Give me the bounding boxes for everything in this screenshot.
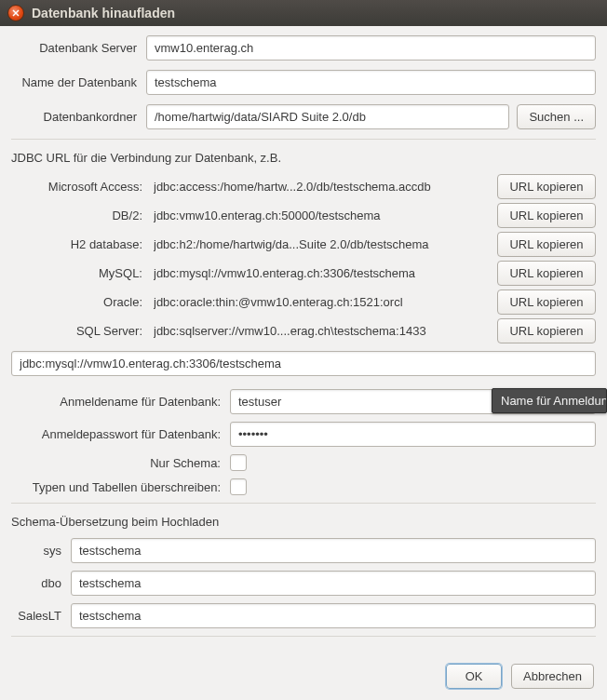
db-name-input[interactable] [146, 70, 596, 95]
jdbc-label-h2: H2 database: [11, 237, 146, 251]
schema-map-label-saleslt: SalesLT [11, 609, 71, 623]
schema-map-input-dbo[interactable] [71, 571, 596, 596]
divider [11, 636, 596, 637]
db-server-input[interactable] [146, 35, 596, 61]
jdbc-value-sqlserver: jdbc:sqlserver://vmw10....erag.ch\testsc… [154, 324, 490, 338]
overwrite-label: Typen und Tabellen überschreiben: [11, 480, 230, 494]
auth-pass-input[interactable] [230, 422, 596, 447]
db-server-label: Datenbank Server [11, 41, 146, 55]
close-icon [11, 8, 20, 18]
jdbc-value-msaccess: jdbc:access:/home/hartw...2.0/db/testsch… [154, 180, 490, 194]
copy-url-button-sqlserver[interactable]: URL kopieren [497, 318, 596, 343]
divider [11, 139, 596, 140]
window-title: Datenbank hinaufladen [32, 6, 175, 20]
mapping-heading: Schema-Übersetzung beim Hochladen [11, 515, 596, 529]
jdbc-value-db2: jdbc:vmw10.enterag.ch:50000/testschema [154, 209, 490, 222]
auth-user-label: Anmeldename für Datenbank: [11, 395, 230, 409]
jdbc-label-oracle: Oracle: [11, 295, 146, 309]
ok-button[interactable]: OK [446, 664, 502, 689]
jdbc-value-oracle: jdbc:oracle:thin:@vmw10.enterag.ch:1521:… [154, 295, 490, 309]
schema-map-label-sys: sys [11, 544, 71, 558]
db-name-label: Name der Datenbank [11, 75, 146, 89]
copy-url-button-h2[interactable]: URL kopieren [497, 232, 596, 257]
schema-only-checkbox[interactable] [230, 454, 247, 471]
jdbc-label-mysql: MySQL: [11, 266, 146, 280]
window-titlebar: Datenbank hinaufladen [0, 0, 607, 26]
schema-map-input-saleslt[interactable] [71, 603, 596, 628]
schema-only-label: Nur Schema: [11, 456, 230, 470]
search-button[interactable]: Suchen ... [517, 104, 596, 129]
copy-url-button-db2[interactable]: URL kopieren [497, 203, 596, 228]
copy-url-button-oracle[interactable]: URL kopieren [497, 289, 596, 315]
jdbc-url-input[interactable] [11, 351, 596, 376]
auth-pass-label: Anmeldepasswort für Datenbank: [11, 427, 230, 441]
db-folder-label: Datenbankordner [11, 110, 146, 124]
db-folder-input[interactable] [146, 104, 509, 129]
jdbc-value-mysql: jdbc:mysql://vmw10.enterag.ch:3306/tests… [154, 266, 490, 280]
tooltip: Name für Anmeldung b [492, 388, 607, 413]
jdbc-label-msaccess: Microsoft Access: [11, 180, 146, 194]
jdbc-label-sqlserver: SQL Server: [11, 324, 146, 338]
copy-url-button-msaccess[interactable]: URL kopieren [497, 174, 596, 199]
jdbc-label-db2: DB/2: [11, 209, 146, 222]
window-close-button[interactable] [7, 5, 24, 21]
jdbc-value-h2: jdbc:h2:/home/hartwig/da...Suite 2.0/db/… [154, 237, 490, 251]
jdbc-heading: JDBC URL für die Verbindung zur Datenban… [11, 151, 596, 165]
cancel-button[interactable]: Abbrechen [511, 664, 594, 689]
schema-map-label-dbo: dbo [11, 576, 71, 590]
overwrite-checkbox[interactable] [230, 478, 247, 495]
schema-map-input-sys[interactable] [71, 538, 596, 563]
divider [11, 503, 596, 504]
copy-url-button-mysql[interactable]: URL kopieren [497, 261, 596, 286]
